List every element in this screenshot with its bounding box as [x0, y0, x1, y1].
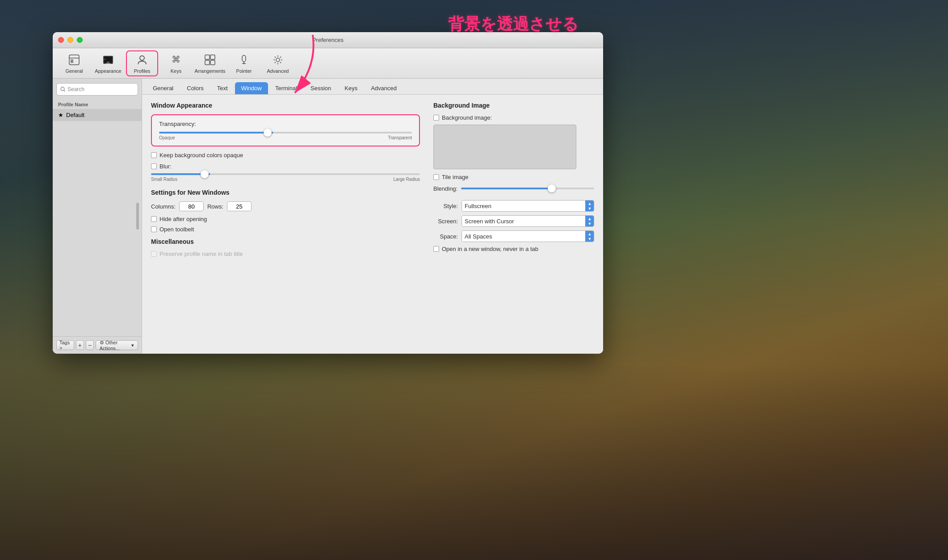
- sidebar-bottom: Tags > + − ⚙ Other Actions... ▾: [53, 336, 142, 354]
- columns-label: Columns:: [151, 203, 176, 210]
- blur-track: [151, 173, 420, 175]
- advanced-icon: [271, 53, 285, 67]
- toolbar-item-advanced[interactable]: Advanced: [262, 50, 294, 76]
- transparency-max-label: Transparent: [388, 135, 412, 140]
- bg-image-row[interactable]: Background image:: [433, 114, 594, 121]
- screen-select-arrows[interactable]: ▲ ▼: [585, 216, 594, 226]
- tab-keys[interactable]: Keys: [338, 82, 364, 94]
- open-new-window-row[interactable]: Open in a new window, never in a tab: [433, 246, 594, 252]
- transparency-thumb[interactable]: [264, 129, 272, 137]
- close-button[interactable]: [58, 37, 64, 43]
- hide-after-opening-checkbox[interactable]: [151, 216, 157, 222]
- space-select-arrows[interactable]: ▲ ▼: [585, 231, 594, 242]
- blur-min-label: Small Radius: [151, 177, 177, 182]
- tags-button[interactable]: Tags >: [56, 340, 74, 350]
- blending-thumb[interactable]: [548, 184, 556, 192]
- open-new-window-checkbox[interactable]: [433, 246, 439, 252]
- keep-background-row[interactable]: Keep background colors opaque: [151, 152, 420, 159]
- right-panel: Background Image Background image: Tile …: [433, 102, 594, 347]
- svg-line-20: [64, 90, 65, 92]
- search-icon: [60, 87, 66, 92]
- transparency-section: Transparency: Opaque Transparent: [151, 114, 420, 146]
- toolbar-item-pointer[interactable]: Pointer: [228, 50, 260, 76]
- blending-label: Blending:: [433, 185, 457, 192]
- other-actions-button[interactable]: ⚙ Other Actions... ▾: [96, 340, 138, 350]
- transparency-min-label: Opaque: [159, 135, 175, 140]
- toolbar-item-keys[interactable]: ⌘ Keys: [160, 50, 192, 76]
- panel-content: Window Appearance Transparency: Opaque T…: [142, 95, 603, 354]
- transparency-slider-container: [159, 132, 412, 134]
- blur-row: Blur:: [151, 163, 420, 170]
- tab-session[interactable]: Session: [304, 82, 337, 94]
- preserve-profile-row: Preserve profile name in tab title: [151, 251, 420, 257]
- tile-image-row[interactable]: Tile image: [433, 174, 594, 180]
- pointer-icon: [237, 53, 251, 67]
- tile-image-checkbox[interactable]: [433, 174, 439, 180]
- transparency-labels: Opaque Transparent: [159, 135, 412, 140]
- profile-list-header: Profile Name: [53, 100, 142, 109]
- blur-thumb[interactable]: [201, 170, 209, 178]
- annotation-title: 背景を透過させる: [448, 13, 579, 35]
- svg-rect-11: [205, 55, 210, 59]
- scroll-indicator[interactable]: [136, 203, 139, 230]
- profile-star: ★: [58, 112, 63, 118]
- profile-item-default[interactable]: ★ Default: [53, 109, 142, 121]
- hide-after-opening-row[interactable]: Hide after opening: [151, 216, 420, 222]
- remove-profile-button[interactable]: −: [86, 340, 94, 350]
- bg-image-label: Background image:: [442, 114, 492, 121]
- appearance-icon: [101, 53, 115, 67]
- tab-terminal[interactable]: Terminal: [269, 82, 303, 94]
- traffic-lights: [58, 37, 83, 43]
- bg-image-title: Background Image: [433, 102, 594, 109]
- toolbar-label-general: General: [65, 68, 83, 74]
- svg-point-19: [61, 87, 64, 91]
- rows-input[interactable]: [227, 201, 252, 211]
- bg-image-section: Background image: Tile image Blending:: [433, 114, 594, 193]
- search-bar[interactable]: Search: [56, 83, 138, 96]
- open-toolbelt-row[interactable]: Open toolbelt: [151, 226, 420, 233]
- open-toolbelt-checkbox[interactable]: [151, 226, 157, 232]
- toolbar-item-arrangements[interactable]: Arrangements: [194, 50, 226, 76]
- preserve-profile-checkbox[interactable]: [151, 251, 157, 257]
- style-row: Style: Fullscreen ▲ ▼: [433, 200, 594, 212]
- svg-rect-8: [104, 59, 106, 59]
- columns-row: Columns: Rows:: [151, 201, 420, 211]
- svg-rect-14: [210, 60, 215, 65]
- toolbar-item-appearance[interactable]: Appearance: [92, 50, 124, 76]
- blur-section: Blur: Small Radius Large Radius: [151, 163, 420, 182]
- content-area: Search Profile Name ★ Default Tags > + −: [53, 79, 603, 354]
- blur-slider-container: [151, 173, 420, 175]
- screen-label: Screen:: [433, 218, 458, 225]
- toolbar-item-general[interactable]: General: [58, 50, 90, 76]
- svg-text:⌘: ⌘: [172, 54, 180, 64]
- open-new-window-label: Open in a new window, never in a tab: [442, 246, 538, 252]
- tab-bar: General Colors Text Window Terminal Sess…: [142, 79, 603, 95]
- blur-checkbox[interactable]: [151, 163, 157, 169]
- bg-image-checkbox[interactable]: [433, 115, 439, 121]
- tab-window[interactable]: Window: [235, 82, 268, 94]
- keep-background-checkbox[interactable]: [151, 152, 157, 158]
- add-profile-button[interactable]: +: [76, 340, 84, 350]
- svg-rect-13: [205, 60, 210, 65]
- tab-colors[interactable]: Colors: [180, 82, 210, 94]
- style-select-arrows[interactable]: ▲ ▼: [585, 201, 594, 211]
- tab-text[interactable]: Text: [211, 82, 234, 94]
- left-panel: Window Appearance Transparency: Opaque T…: [151, 102, 420, 347]
- general-icon: [67, 53, 81, 67]
- columns-input[interactable]: [179, 201, 204, 211]
- style-label: Style:: [433, 203, 458, 209]
- maximize-button[interactable]: [77, 37, 83, 43]
- svg-rect-3: [71, 59, 73, 63]
- settings-new-windows-title: Settings for New Windows: [151, 189, 420, 196]
- minimize-button[interactable]: [67, 37, 73, 43]
- tab-advanced[interactable]: Advanced: [365, 82, 403, 94]
- main-panel: General Colors Text Window Terminal Sess…: [142, 79, 603, 354]
- svg-point-9: [140, 56, 144, 60]
- toolbar-label-keys: Keys: [171, 68, 181, 74]
- svg-rect-15: [242, 55, 246, 62]
- style-value: Fullscreen: [462, 201, 585, 211]
- toolbar-item-profiles[interactable]: Profiles: [126, 50, 158, 76]
- tab-general[interactable]: General: [147, 82, 180, 94]
- window-title: Preferences: [312, 37, 344, 43]
- svg-rect-7: [106, 63, 110, 64]
